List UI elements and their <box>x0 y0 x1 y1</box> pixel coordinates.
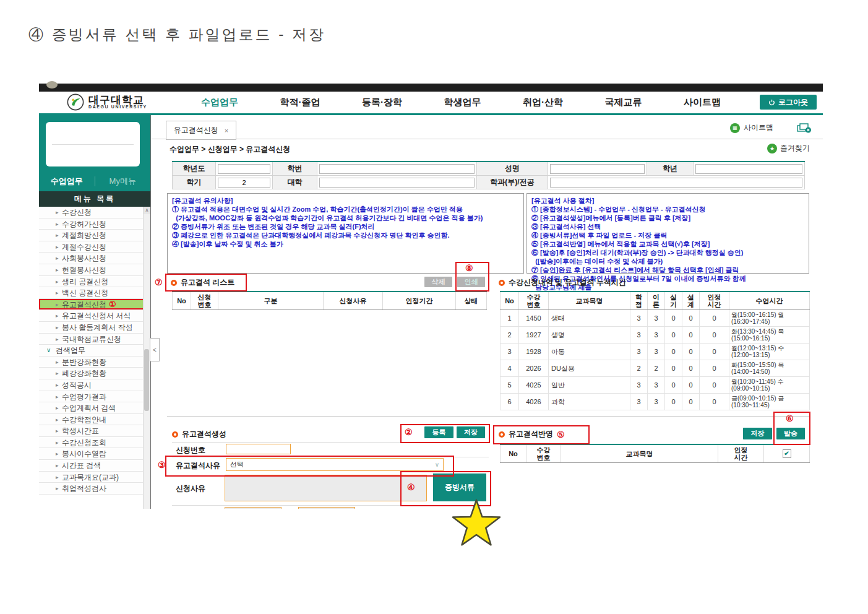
send-button[interactable]: 발송 <box>776 428 805 439</box>
cell: 0 <box>682 377 700 394</box>
scrollbar-thumb[interactable] <box>144 349 149 411</box>
year-input[interactable] <box>218 164 270 174</box>
column-header: 이 론 <box>648 292 665 310</box>
name-label: 성명 <box>477 162 548 176</box>
enrollment-row[interactable]: 42026DU실용22000화(15:00~15:50) 목(14:00~14:… <box>501 360 810 377</box>
sidebar-item-검색업무[interactable]: ∨검색업무 <box>39 345 150 357</box>
nav-item-career[interactable]: 취업·산학 <box>523 97 563 108</box>
star-icon: ★ <box>767 144 777 154</box>
notice-procedure: [유고결석 사용 절차] ① [종합정보시스템] - 수업업무 - 신청업무 -… <box>526 193 809 274</box>
dept-input[interactable] <box>550 178 802 188</box>
cell: 3 <box>630 377 648 394</box>
page-title: ④ 증빙서류 선택 후 파일업로드 - 저장 <box>28 25 325 45</box>
cell: 생태 <box>549 310 630 327</box>
sidebar-item-수강신청[interactable]: ▸수강신청 <box>39 207 150 218</box>
sidebar-item-수업계획서 검색[interactable]: ▸수업계획서 검색 <box>39 402 150 414</box>
calendar-icon[interactable]: ▦ <box>273 508 279 509</box>
sidebar-tab-mymenu[interactable]: My메뉴 <box>95 176 151 187</box>
column-header: 구분 <box>218 292 324 310</box>
tab-absence-application[interactable]: 유고결석신청 × <box>166 121 236 140</box>
sidebar-item-성적공시[interactable]: ▸성적공시 <box>39 379 150 391</box>
cell: 3 <box>630 344 648 360</box>
triangle-right-icon: ▸ <box>56 207 59 218</box>
favorite-link[interactable]: ★ 즐겨찾기 <box>767 143 810 154</box>
nav-item-records[interactable]: 학적·졸업 <box>280 97 320 108</box>
period-start-input[interactable]: ▦ <box>225 507 281 509</box>
detail-reason-textarea[interactable] <box>225 475 427 501</box>
save-button-apply[interactable]: 저장 <box>743 428 772 439</box>
absence-reason-select[interactable]: 선택 ∨ <box>226 458 444 471</box>
sidebar-item-봉사 활동계획서 작성[interactable]: ▸봉사 활동계획서 작성 <box>39 322 150 334</box>
studentno-input[interactable] <box>319 164 475 174</box>
nav-item-international[interactable]: 국제교류 <box>605 97 642 108</box>
app-window: 대구대학교 DAEGU UNIVERSITY 수업업무 학적·졸업 등록·장학 … <box>39 84 823 509</box>
period-end-input[interactable]: ▦ <box>298 507 355 509</box>
select-all-checkbox[interactable]: ✔ <box>783 449 791 458</box>
sidebar-item-수강허가신청[interactable]: ▸수강허가신청 <box>39 218 150 230</box>
cell: 3 <box>630 310 648 327</box>
tab-close-icon[interactable]: × <box>225 127 228 134</box>
semester-input[interactable] <box>218 178 270 188</box>
calendar-icon[interactable]: ▦ <box>347 508 353 509</box>
sitemap-link[interactable]: ▦ 사이트맵 <box>730 123 773 133</box>
enrollment-row[interactable]: 31928아동33000월(12:00~13:15) 수(12:00~13:15… <box>501 344 810 360</box>
close-all-windows-icon[interactable] <box>797 123 812 133</box>
sitemap-icon: ▦ <box>730 123 740 133</box>
sidebar-item-수업평가결과[interactable]: ▸수업평가결과 <box>39 391 150 403</box>
sidebar-item-폐강강좌현황[interactable]: ▸폐강강좌현황 <box>39 368 150 379</box>
sidebar-item-봉사이수열람[interactable]: ▸봉사이수열람 <box>39 448 150 460</box>
cell: 0 <box>665 344 682 360</box>
university-name: 대구대학교 <box>88 95 147 105</box>
step-badge-7: ⑦ <box>155 277 163 287</box>
sidebar-item-교과목개요(교과)[interactable]: ▸교과목개요(교과) <box>39 472 150 483</box>
sidebar-item-백신 공결신청[interactable]: ▸백신 공결신청 <box>39 287 150 299</box>
nav-item-registration[interactable]: 등록·장학 <box>362 97 402 108</box>
student-info-form: 학년도 학번 성명 학년 학기 대학 학과(부)/전공 <box>172 161 805 189</box>
sidebar-item-수강신청조회[interactable]: ▸수강신청조회 <box>39 437 150 449</box>
logout-button[interactable]: 로그아웃 <box>760 95 817 110</box>
enrollment-row[interactable]: 64026과학33000금(09:00~10:15) 금(10:30~11:45… <box>501 394 810 410</box>
triangle-right-icon: ▸ <box>56 310 59 322</box>
sidebar-item-분반강좌현황[interactable]: ▸분반강좌현황 <box>39 357 150 368</box>
enrollment-row[interactable]: 11450생태33000월(15:00~16:15) 월(16:30~17:45… <box>501 310 810 327</box>
sidebar-item-학생시간표[interactable]: ▸학생시간표 <box>39 425 150 437</box>
scroll-up-icon[interactable]: ∧ <box>144 207 150 214</box>
sidebar-item-헌혈봉사신청[interactable]: ▸헌혈봉사신청 <box>39 264 150 276</box>
triangle-right-icon: ▸ <box>56 299 59 311</box>
sidebar-item-계절수강신청[interactable]: ▸계절수강신청 <box>39 241 150 253</box>
sidebar-tab-classwork[interactable]: 수업업무 <box>39 176 95 187</box>
enrollment-row[interactable]: 54025일반33000월(10:30~11:45) 수(09:00~10:15… <box>501 377 810 394</box>
enrollment-row[interactable]: 21927생명33000화(13:30~14:45) 목(15:00~16:15… <box>501 327 810 344</box>
triangle-right-icon: ▸ <box>56 460 59 472</box>
column-header: 상태 <box>456 292 487 310</box>
sidebar-item-유고결석신청서 서식[interactable]: ▸유고결석신청서 서식 <box>39 310 150 322</box>
save-button-create[interactable]: 저장 <box>457 426 485 438</box>
sidebar-item-국내학점교류신청[interactable]: ▸국내학점교류신청 <box>39 334 150 345</box>
nav-item-sitemap[interactable]: 사이트맵 <box>684 97 721 108</box>
cell: 1450 <box>519 310 549 327</box>
print-button[interactable]: 인쇄 <box>457 277 485 287</box>
triangle-right-icon: ▸ <box>56 253 59 264</box>
application-no-input[interactable] <box>226 444 291 454</box>
sidebar-item-계절희망신청[interactable]: ▸계절희망신청 <box>39 230 150 241</box>
sidebar-item-취업적성검사[interactable]: ▸취업적성검사 <box>39 483 150 495</box>
college-input[interactable] <box>319 178 475 188</box>
nav-item-student[interactable]: 학생업무 <box>444 97 481 108</box>
nav-item-classwork[interactable]: 수업업무 <box>201 97 238 108</box>
sidebar: 수업업무 My메뉴 메뉴 목록 ▸수강신청▸수강허가신청▸계절희망신청▸계절수강… <box>39 115 151 509</box>
cell: 0 <box>682 394 700 410</box>
register-button[interactable]: 등록 <box>424 426 453 438</box>
university-logo[interactable]: 대구대학교 DAEGU UNIVERSITY <box>67 93 147 111</box>
sidebar-item-시간표 검색[interactable]: ▸시간표 검색 <box>39 460 150 472</box>
delete-button[interactable]: 삭제 <box>424 277 452 287</box>
sidebar-item-생리 공결신청[interactable]: ▸생리 공결신청 <box>39 276 150 288</box>
cell: 0 <box>682 327 700 344</box>
sidebar-item-유고결석신청[interactable]: ▸유고결석신청① <box>39 299 150 311</box>
grade-input[interactable] <box>695 164 802 174</box>
dept-label: 학과(부)/전공 <box>477 176 548 189</box>
sidebar-item-사회봉사신청[interactable]: ▸사회봉사신청 <box>39 253 150 264</box>
sidebar-collapse-button[interactable]: < <box>150 338 160 361</box>
name-input[interactable] <box>550 164 645 174</box>
sidebar-item-수강학점안내[interactable]: ▸수강학점안내 <box>39 414 150 426</box>
absence-list-title-label: 유고결석 리스트 <box>181 277 234 288</box>
